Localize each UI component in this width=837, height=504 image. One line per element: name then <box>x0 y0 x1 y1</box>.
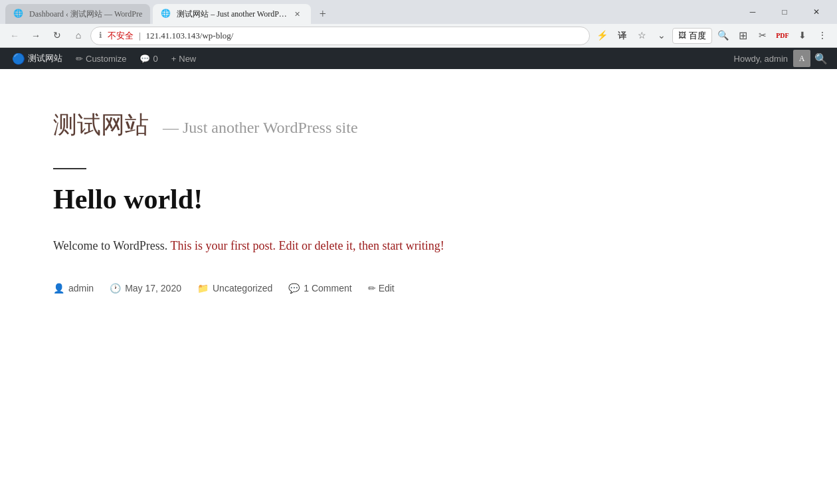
admin-bar-search[interactable]: 🔍 <box>810 48 832 69</box>
address-text: 121.41.103.143/wp-blog/ <box>146 31 581 41</box>
date-icon: 🕐 <box>110 283 121 294</box>
home-icon: ⌂ <box>76 31 81 41</box>
tab-dashboard[interactable]: 🌐 Dashboard ‹ 测试网站 — WordPre <box>5 4 150 24</box>
admin-bar-site-name[interactable]: 🔵 测试网站 <box>5 48 69 69</box>
pdf-icon: PDF <box>776 32 789 39</box>
tab-favicon-dashboard: 🌐 <box>13 9 24 19</box>
post-comments-item: 💬 1 Comment <box>288 283 351 294</box>
refresh-button[interactable]: ↻ <box>48 27 66 45</box>
page-content: 测试网站 — Just another WordPress site Hello… <box>0 69 837 481</box>
refresh-icon: ↻ <box>53 30 61 41</box>
menu-button[interactable]: ⋮ <box>813 27 832 45</box>
scissors-button[interactable]: ✂ <box>753 27 772 45</box>
forward-button[interactable]: → <box>27 27 45 45</box>
tab-blog[interactable]: 🌐 测试网站 – Just another WordP… ✕ <box>153 4 310 24</box>
new-label: New <box>179 54 196 64</box>
edit-pen-icon: ✏ <box>368 283 376 294</box>
wp-admin-bar: 🔵 测试网站 ✏ Customize 💬 0 + New Howdy, admi… <box>0 48 837 69</box>
main-content: Hello world! Welcome to WordPress. This … <box>0 168 837 333</box>
pdf-button[interactable]: PDF <box>773 27 792 45</box>
baidu-image-icon: 🖼 <box>678 31 686 41</box>
admin-avatar[interactable]: A <box>793 50 810 67</box>
translate-button[interactable]: 译 <box>612 27 631 45</box>
extensions-button[interactable]: ⊞ <box>733 27 752 45</box>
star-button[interactable]: ☆ <box>632 27 651 45</box>
post-author-item: 👤 admin <box>53 283 94 294</box>
search-button[interactable]: 🔍 <box>713 27 732 45</box>
edit-label: Edit <box>379 283 395 294</box>
home-button[interactable]: ⌂ <box>69 27 88 45</box>
tab-title-dashboard: Dashboard ‹ 测试网站 — WordPre <box>29 9 142 20</box>
site-title-link[interactable]: 测试网站 <box>53 112 155 138</box>
star-icon: ☆ <box>638 30 646 41</box>
search-icon: 🔍 <box>717 30 729 41</box>
address-separator: | <box>139 31 141 41</box>
post-author-link[interactable]: admin <box>68 283 94 294</box>
search-bar-icon: 🔍 <box>814 52 828 65</box>
admin-bar-comments[interactable]: 💬 0 <box>133 48 164 69</box>
back-icon: ← <box>10 31 19 41</box>
baidu-search-box[interactable]: 🖼 百度 <box>672 28 712 44</box>
post-meta: 👤 admin 🕐 May 17, 2020 📁 Uncategorized 💬… <box>53 283 784 294</box>
comments-count: 0 <box>153 54 157 64</box>
security-icon: ℹ <box>99 31 102 41</box>
translate-icon: 译 <box>618 30 626 42</box>
tab-close-icon[interactable]: ✕ <box>292 9 303 19</box>
post-body: Welcome to WordPress. This is your first… <box>53 236 518 256</box>
wp-logo-icon: 🔵 <box>12 52 25 65</box>
menu-icon: ⋮ <box>818 30 827 41</box>
comment-icon: 💬 <box>140 54 150 64</box>
bolt-icon: ⚡ <box>597 30 608 41</box>
post-body-text: Welcome to WordPress. <box>53 239 170 252</box>
tab-title-blog: 测试网站 – Just another WordP… <box>177 9 286 20</box>
download-button[interactable]: ⬇ <box>793 27 812 45</box>
toolbar-right: ⚡ 译 ☆ ⌄ 🖼 百度 🔍 ⊞ ✂ <box>593 27 832 45</box>
admin-bar-new[interactable]: + New <box>165 48 203 69</box>
browser-chrome: 🌐 Dashboard ‹ 测试网站 — WordPre 🌐 测试网站 – Ju… <box>0 0 837 48</box>
address-bar[interactable]: ℹ 不安全 | 121.41.103.143/wp-blog/ <box>90 27 590 45</box>
back-button[interactable]: ← <box>5 27 24 45</box>
download-icon: ⬇ <box>798 30 806 41</box>
tab-bar: 🌐 Dashboard ‹ 测试网站 — WordPre 🌐 测试网站 – Ju… <box>0 0 837 24</box>
post-category-link[interactable]: Uncategorized <box>213 283 272 294</box>
post-date-item: 🕐 May 17, 2020 <box>110 283 181 294</box>
baidu-label: 百度 <box>689 30 706 42</box>
forward-icon: → <box>31 31 41 41</box>
post-date: May 17, 2020 <box>125 283 181 294</box>
close-button[interactable]: ✕ <box>801 2 832 22</box>
tab-favicon-blog: 🌐 <box>161 9 171 19</box>
category-icon: 📁 <box>197 283 209 294</box>
new-tab-button[interactable]: + <box>314 5 332 23</box>
address-bar-row: ← → ↻ ⌂ ℹ 不安全 | 121.41.103.143/wp-blog/ … <box>0 24 837 48</box>
chevron-down-icon: ⌄ <box>658 30 666 41</box>
howdy-text: Howdy, admin <box>729 54 793 64</box>
post-category-item: 📁 Uncategorized <box>197 283 272 294</box>
post-body-link[interactable]: This is your first post. Edit or delete … <box>170 239 444 252</box>
window-controls: ─ □ ✕ <box>737 2 832 26</box>
customize-icon: ✏ <box>76 54 83 64</box>
admin-bar-right: Howdy, admin A 🔍 <box>729 48 832 69</box>
extensions-icon: ⊞ <box>739 29 747 42</box>
post-edit-item: ✏ Edit <box>368 283 395 294</box>
maximize-button[interactable]: □ <box>769 2 800 22</box>
bolt-button[interactable]: ⚡ <box>593 27 611 45</box>
chevron-down-button[interactable]: ⌄ <box>652 27 671 45</box>
admin-bar-customize[interactable]: ✏ Customize <box>69 48 133 69</box>
customize-label: Customize <box>86 54 126 64</box>
site-title: 测试网站 — Just another WordPress site <box>53 109 784 141</box>
site-description: — Just another WordPress site <box>163 119 358 136</box>
site-name-label: 测试网站 <box>28 52 62 64</box>
minimize-button[interactable]: ─ <box>737 2 768 22</box>
post-title: Hello world! <box>53 183 784 216</box>
comments-icon: 💬 <box>288 283 300 294</box>
site-title-text: 测试网站 <box>53 112 149 138</box>
post-edit-link[interactable]: ✏ Edit <box>368 283 395 294</box>
new-tab-icon: + <box>320 7 326 21</box>
new-plus-icon: + <box>171 54 177 64</box>
insecure-label: 不安全 <box>108 30 134 42</box>
author-icon: 👤 <box>53 283 64 294</box>
avatar-image: A <box>799 54 805 64</box>
post-separator <box>53 168 86 169</box>
site-header: 测试网站 — Just another WordPress site <box>0 69 837 168</box>
post-comments-link[interactable]: 1 Comment <box>304 283 351 294</box>
